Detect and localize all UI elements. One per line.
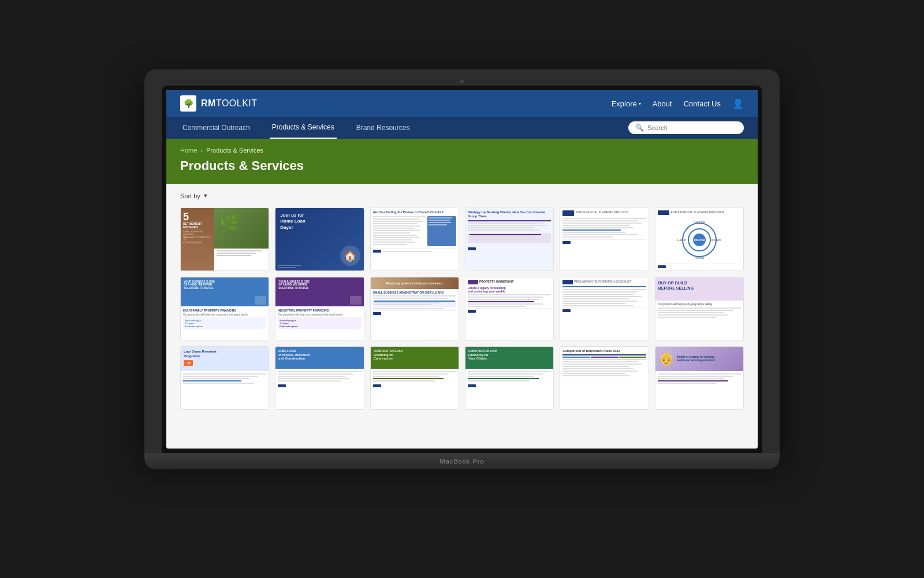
page-title: Products & Services bbox=[180, 158, 744, 173]
page-header: Home › Products & Services Products & Se… bbox=[166, 139, 758, 184]
card-retirement-mistakes[interactable]: 5 RETIREMENTMISTAKES SMALL BUSINESS OWNE… bbox=[180, 208, 269, 271]
explore-link[interactable]: Explore ▾ bbox=[612, 99, 641, 108]
top-nav-links: Explore ▾ About Contact Us 👤 bbox=[612, 98, 744, 109]
card-construction-2[interactable]: CONSTRUCTION LOAN Financing forYour Clie… bbox=[465, 346, 554, 410]
card-construction-1[interactable]: CONSTRUCTION LOAN Financing forConstruct… bbox=[370, 346, 459, 410]
grid-row-1: 5 RETIREMENTMISTAKES SMALL BUSINESS OWNE… bbox=[180, 208, 744, 271]
grid-row-2: YOUR BUSINESS IS ONEOF A KIND. WE OFFERS… bbox=[180, 277, 744, 340]
breadcrumb-home[interactable]: Home bbox=[180, 147, 197, 154]
breadcrumb-separator: › bbox=[200, 147, 203, 154]
sort-label: Sort by bbox=[180, 192, 200, 199]
grid-row-3: Low Down PaymentPrograms 🏠 bbox=[180, 346, 744, 410]
card-strategy[interactable]: Strategy Up Banking Clients: How You Can… bbox=[465, 208, 554, 271]
search-box[interactable]: 🔍 bbox=[628, 121, 744, 134]
contact-link[interactable]: Contact Us bbox=[684, 99, 721, 108]
secondary-navigation: Commercial Outreach Products & Services … bbox=[166, 117, 758, 139]
laptop-base: MacBook Pro bbox=[144, 453, 780, 469]
card-heritage-form[interactable]: PRELIMINARY INFORMATION CHECKLIST bbox=[560, 277, 649, 340]
nav-commercial-outreach[interactable]: Commercial Outreach bbox=[180, 117, 252, 139]
card-branch-checks[interactable]: Are You Putting the Brakes to Branch Che… bbox=[370, 208, 459, 271]
card-multi-family[interactable]: YOUR BUSINESS IS ONEOF A KIND. WE OFFERS… bbox=[180, 277, 269, 340]
nav-brand-resources[interactable]: Brand Resources bbox=[354, 117, 412, 139]
card-property-doc[interactable]: PROPERTY OWNERSHIP Create a legacy for b… bbox=[465, 277, 554, 340]
search-icon: 🔍 bbox=[635, 124, 644, 132]
explore-dropdown-icon: ▾ bbox=[639, 101, 641, 106]
card-buy-build[interactable]: BUY OR BUILDBEFORE SELLING Our products … bbox=[655, 277, 744, 340]
sort-dropdown[interactable]: ▾ bbox=[204, 192, 207, 199]
card-purchase-refinance[interactable]: HOME LOANS Purchase, Refinanceand Constr… bbox=[275, 346, 364, 410]
card-circle-diagram[interactable]: FOR FINANCIAL PLANNING PROGRAM The role bbox=[655, 208, 744, 271]
breadcrumb: Home › Products & Services bbox=[180, 147, 744, 154]
card-financing-business[interactable]: Financing options to help your business.… bbox=[370, 277, 459, 340]
top-navigation: 🌳 RMTOOLKIT Explore ▾ About Contact Us 👤 bbox=[166, 90, 758, 117]
logo-area: 🌳 RMTOOLKIT bbox=[180, 95, 258, 112]
card-building-retirement[interactable]: 👴 Simple or strategy for buildingwealth … bbox=[655, 346, 744, 410]
logo-icon: 🌳 bbox=[180, 95, 196, 112]
content-area: Sort by ▾ 5 bbox=[166, 184, 758, 449]
card-comparison-plans[interactable]: Comparison of Retirement Plans 2022 bbox=[560, 346, 649, 410]
card-heritage-white[interactable]: FOR FINANCIAL PLANNING PROCESS bbox=[560, 208, 649, 271]
user-icon[interactable]: 👤 bbox=[732, 98, 744, 109]
card-low-down-payment[interactable]: Low Down PaymentPrograms 🏠 bbox=[180, 346, 269, 410]
laptop-model-text: MacBook Pro bbox=[439, 458, 484, 465]
about-link[interactable]: About bbox=[653, 99, 672, 108]
breadcrumb-current: Products & Services bbox=[206, 147, 263, 154]
search-input[interactable] bbox=[647, 124, 737, 131]
sort-bar: Sort by ▾ bbox=[180, 192, 744, 199]
logo-text: RMTOOLKIT bbox=[201, 98, 258, 109]
sort-dropdown-icon: ▾ bbox=[204, 192, 207, 199]
nav-products-services[interactable]: Products & Services bbox=[270, 117, 337, 139]
card-industrial[interactable]: YOUR BUSINESS IS ONEOF A KIND. WE OFFERS… bbox=[275, 277, 364, 340]
card-home-loan-days[interactable]: Join us forHome LoanDays! 🏠 bbox=[275, 208, 364, 271]
